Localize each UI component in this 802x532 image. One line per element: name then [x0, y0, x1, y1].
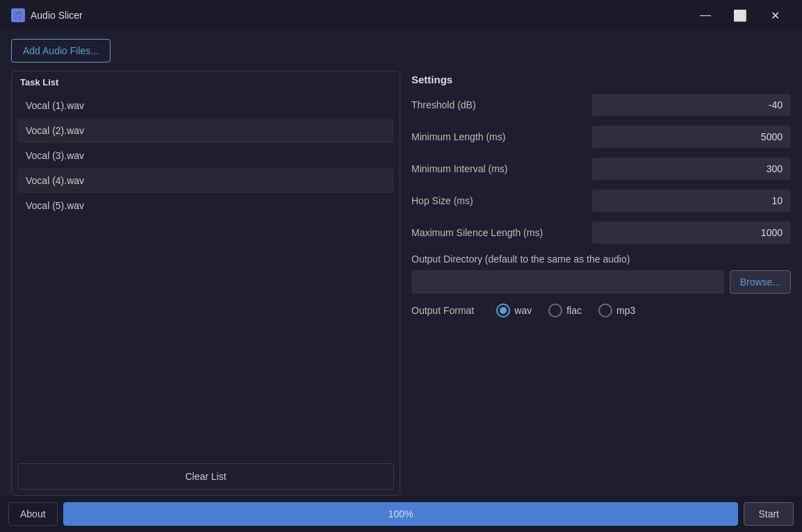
- format-mp3-option[interactable]: mp3: [598, 304, 635, 317]
- titlebar-controls: — ⬜ ✕: [689, 4, 791, 26]
- output-dir-input[interactable]: [411, 270, 724, 294]
- left-panel: Task List Vocal (1).wav Vocal (2).wav Vo…: [11, 71, 400, 496]
- progress-text: 100%: [388, 508, 414, 519]
- minimize-button[interactable]: —: [689, 4, 721, 26]
- progress-bar-container: 100%: [63, 502, 739, 526]
- list-item[interactable]: Vocal (1).wav: [17, 93, 394, 118]
- settings-title: Settings: [411, 71, 791, 94]
- main-content: Task List Vocal (1).wav Vocal (2).wav Vo…: [0, 71, 802, 496]
- min-length-label: Minimum Length (ms): [411, 131, 592, 142]
- format-mp3-label: mp3: [616, 305, 635, 316]
- task-list-group: Task List Vocal (1).wav Vocal (2).wav Vo…: [11, 71, 400, 496]
- min-interval-label: Minimum Interval (ms): [411, 163, 592, 174]
- browse-button[interactable]: Browse...: [730, 270, 791, 294]
- hop-size-input[interactable]: [592, 190, 791, 212]
- format-flac-label: flac: [566, 305, 582, 316]
- max-silence-row: Maximum Silence Length (ms): [411, 222, 791, 244]
- close-button[interactable]: ✕: [759, 4, 791, 26]
- output-dir-row: Browse...: [411, 270, 791, 294]
- output-format-row: Output Format wav flac mp3: [411, 304, 791, 317]
- min-interval-input[interactable]: [592, 158, 791, 180]
- format-wav-option[interactable]: wav: [496, 304, 532, 317]
- toolbar: Add Audio Files...: [0, 31, 802, 71]
- maximize-button[interactable]: ⬜: [724, 4, 756, 26]
- output-format-label: Output Format: [411, 305, 474, 316]
- add-audio-files-button[interactable]: Add Audio Files...: [11, 39, 111, 63]
- format-flac-radio[interactable]: [548, 304, 562, 317]
- format-flac-option[interactable]: flac: [548, 304, 582, 317]
- threshold-label: Threshold (dB): [411, 99, 592, 110]
- titlebar: 🎵 Audio Slicer — ⬜ ✕: [0, 0, 802, 31]
- task-list: Vocal (1).wav Vocal (2).wav Vocal (3).wa…: [12, 90, 400, 458]
- min-length-input[interactable]: [592, 126, 791, 148]
- threshold-row: Threshold (dB): [411, 94, 791, 116]
- format-mp3-radio[interactable]: [598, 304, 612, 317]
- min-length-row: Minimum Length (ms): [411, 126, 791, 148]
- hop-size-label: Hop Size (ms): [411, 195, 592, 206]
- list-item[interactable]: Vocal (5).wav: [17, 193, 394, 218]
- right-panel: Settings Threshold (dB) Minimum Length (…: [411, 71, 791, 496]
- clear-list-button[interactable]: Clear List: [17, 463, 394, 490]
- list-item[interactable]: Vocal (4).wav: [17, 168, 394, 193]
- start-button[interactable]: Start: [744, 502, 794, 526]
- app-icon: 🎵: [11, 8, 25, 22]
- app-title: Audio Slicer: [31, 10, 83, 21]
- list-item[interactable]: Vocal (2).wav: [17, 118, 394, 143]
- threshold-input[interactable]: [592, 94, 791, 116]
- main-window: 🎵 Audio Slicer — ⬜ ✕ Add Audio Files... …: [0, 0, 802, 532]
- task-list-title: Task List: [12, 72, 400, 90]
- list-item[interactable]: Vocal (3).wav: [17, 143, 394, 168]
- max-silence-label: Maximum Silence Length (ms): [411, 227, 592, 238]
- hop-size-row: Hop Size (ms): [411, 190, 791, 212]
- bottom-bar: About 100% Start: [0, 496, 802, 532]
- titlebar-left: 🎵 Audio Slicer: [11, 8, 83, 22]
- about-button[interactable]: About: [8, 502, 58, 526]
- output-dir-label: Output Directory (default to the same as…: [411, 253, 791, 265]
- format-wav-radio[interactable]: [496, 304, 510, 317]
- max-silence-input[interactable]: [592, 222, 791, 244]
- format-wav-label: wav: [514, 305, 532, 316]
- min-interval-row: Minimum Interval (ms): [411, 158, 791, 180]
